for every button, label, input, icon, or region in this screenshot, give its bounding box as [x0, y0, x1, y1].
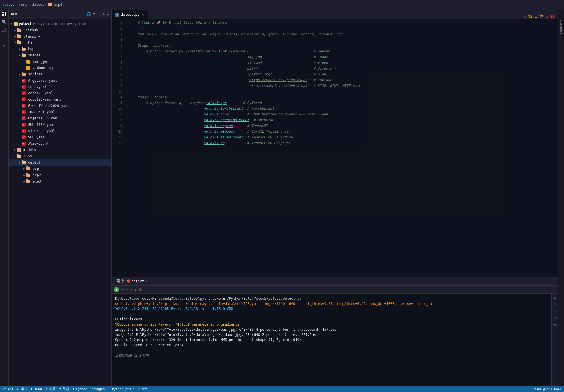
code-line-10: 'path/*.jpg' # glob [129, 71, 558, 77]
tree-label: images [28, 53, 40, 57]
tree-item-voc[interactable]: yml VOC.yaml [9, 134, 111, 140]
breadcrumb-item-3[interactable]: detect [32, 3, 44, 7]
tree-label: detect [28, 160, 40, 164]
status-python-pkg[interactable]: ♦ Python Packages [72, 387, 105, 391]
minimize-icon[interactable]: — [107, 12, 109, 16]
status-todo[interactable]: ≡ TODO [31, 387, 42, 391]
tree-item-exp3[interactable]: ▶ exp3 [9, 178, 111, 185]
tree-item-sku110k[interactable]: yml SKU-110K.yaml [9, 121, 111, 128]
tab-detect-py[interactable]: py detect.py × [112, 10, 148, 19]
tree-item-exp2[interactable]: ▶ exp2 [9, 172, 111, 178]
line-num: 17 [112, 111, 122, 117]
editor-content[interactable]: 1 2 3 4 5 6 7 8 9 10 11 12 13 [112, 19, 558, 277]
tree-item-xview[interactable]: yml xView.yaml [9, 140, 111, 147]
tree-label: exp2 [33, 173, 41, 177]
editor-terminal-area: py detect.py × ⚠ 20 ▲ 17 ✗ 33 [112, 9, 558, 386]
tree-item-visdrone[interactable]: yml VisDrone.yaml [9, 128, 111, 134]
code-line-12: 'rtsp://example.com/media.mp4' # RTSP, R… [129, 83, 558, 89]
tree-item-images[interactable]: ▼ images [9, 52, 111, 58]
globe-icon[interactable]: 🌐 [87, 12, 91, 16]
panel-tab-close[interactable]: × [145, 279, 147, 283]
terminal-line-7: image 2/2 E:\Python\Yolo\Yolov5\yolov5\d… [115, 332, 548, 337]
yaml-file-icon: yml [22, 91, 26, 95]
code-line-22: yolov5s.pb # TensorFlow GraphDef [129, 140, 558, 146]
tree-item-data[interactable]: ▼ data [9, 40, 111, 46]
line-num: 12 [112, 83, 122, 89]
sync-icon[interactable]: ⇌ [98, 12, 100, 16]
tree-item-coco[interactable]: yml coco.yaml [9, 84, 111, 90]
status-run[interactable]: ▶ 运行 [17, 387, 27, 391]
breadcrumb-sep-1: › [16, 3, 18, 7]
tree-item-globalwheat[interactable]: yml GlobalWheat2020.yaml [9, 103, 111, 109]
tree-item-bus-jpg[interactable]: bus.jpg [9, 58, 111, 65]
panel-side-icon-2[interactable]: ⚙ [553, 302, 556, 307]
app-container: yolov5 › runs › detect › exp4 🔍 ⎇ ▷ ⊞ [0, 0, 564, 392]
yaml-file-icon: yml [22, 104, 26, 108]
tree-item-classify[interactable]: ▶ classify [9, 33, 111, 40]
tree-label: data [23, 41, 32, 45]
explorer-icon[interactable] [1, 10, 8, 18]
svg-rect-2 [5, 12, 6, 16]
status-left: ⎇ Git ▶ 运行 ≡ TODO ⊘ 问题 □ 终端 ♦ Python Pac… [2, 387, 148, 391]
terminal-line-6: image 1/2 E:\Python\Yolo\Yolov5\yolov5\d… [115, 327, 548, 332]
line-num: 19 [112, 123, 122, 129]
code-line-3: Run YOLOv5 detection inference on images… [129, 31, 558, 37]
panel-side-icon-3[interactable]: ≡ [553, 309, 556, 314]
status-python-console[interactable]: ≈ Python 控制台 [108, 387, 135, 391]
tree-item-scripts[interactable]: ▶ scripts [9, 71, 111, 77]
arrow-icon: ▶ [18, 73, 22, 76]
git-icon[interactable]: ⎇ [1, 26, 8, 34]
tab-close-button[interactable]: × [141, 12, 144, 17]
bookmarks-label[interactable]: Bookmarks [559, 19, 563, 37]
panel-side-icon-1[interactable]: ▲ [553, 295, 556, 300]
tree-item-zidane-jpg[interactable]: zidane.jpg [9, 65, 111, 71]
tree-item-exp[interactable]: ▶ exp [9, 166, 111, 172]
tree-item-argoverse[interactable]: yml Argoverse.yaml [9, 77, 111, 84]
tree-item-coco128[interactable]: yml coco128.yaml [9, 90, 111, 96]
tree-item-runs[interactable]: ▼ runs [9, 153, 111, 159]
search-icon[interactable]: 🔍 [1, 18, 8, 26]
terminal-output[interactable]: D:\DeveloperTools\Miniconda3\envs\Yolov5… [112, 294, 551, 386]
breadcrumb-item-2[interactable]: runs [19, 3, 27, 7]
terminal-line-2: detect: weights=yolov5s.pt, source=data\… [115, 301, 548, 306]
main-layout: 🔍 ⎇ ▷ ⊞ 项目 🌐 ≡ ⇌ ⚙ — ▼ [0, 9, 564, 386]
tree-item-detect[interactable]: ▼ detect [9, 159, 111, 166]
tree-item-hyps[interactable]: ▶ hyps [9, 46, 111, 52]
arrow-icon: ▶ [22, 180, 26, 183]
status-terminal[interactable]: □ 终端 [59, 387, 69, 391]
tree-item-coco128seg[interactable]: yml coco128-seg.yaml [9, 96, 111, 103]
code-line-13 [129, 89, 558, 94]
run-play-button[interactable] [114, 287, 119, 292]
code-area: 1 2 3 4 5 6 7 8 9 10 11 12 13 [112, 19, 558, 277]
line-num: 3 [112, 31, 122, 37]
tree-item-github[interactable]: ▶ .github [9, 27, 111, 33]
status-services[interactable]: ○ 服务 [138, 387, 148, 391]
tree-item-objects365[interactable]: yml Objects365.yaml [9, 115, 111, 121]
extensions-icon[interactable]: ⊞ [1, 42, 8, 50]
folder-icon [17, 35, 21, 38]
line-num: 20 [112, 129, 122, 134]
tree-label: bus.jpg [33, 60, 47, 64]
folder-icon [17, 148, 21, 152]
panel-side-icon-4[interactable]: ⊟ [553, 315, 556, 321]
status-git[interactable]: ⎇ Git [2, 387, 14, 391]
panel-tab-run[interactable]: 运行: 🔴 detect × [114, 278, 150, 285]
panel-run-header: ⟳ ⊙ ≡ ⊟ 🗑 [112, 286, 558, 294]
panel-side-icon-5[interactable]: 🗑 [553, 322, 557, 328]
line-num: 9 [112, 66, 122, 71]
settings-icon[interactable]: ⚙ [102, 12, 105, 16]
exp4-folder-icon [48, 3, 52, 6]
debug-icon[interactable]: ▷ [1, 34, 8, 42]
tree-item-models[interactable]: ▶ models [9, 147, 111, 153]
terminal-line-9: Results saved to runs\detect\exp4 [115, 342, 548, 348]
panel-content-area: D:\DeveloperTools\Miniconda3\envs\Yolov5… [112, 294, 558, 386]
tree-item-imagenet[interactable]: yml ImageNet.yaml [9, 109, 111, 115]
terminal-line-blank2 [115, 348, 548, 353]
code-line-1: # YOLOv5 🚀 by Ultralytics, GPL-3.0 licen… [129, 20, 558, 26]
tree-item-yolov5[interactable]: ▼ yolov5 E:\Python\Yolo\Yolov5\yolov5 [9, 21, 111, 27]
status-problems[interactable]: ⊘ 问题 [46, 387, 56, 391]
list-icon[interactable]: ≡ [93, 12, 96, 16]
line-num: 10 [112, 71, 122, 77]
run-status-icon: 🔴 [127, 279, 130, 283]
breadcrumb-item-1[interactable]: yolov5 [2, 3, 15, 7]
